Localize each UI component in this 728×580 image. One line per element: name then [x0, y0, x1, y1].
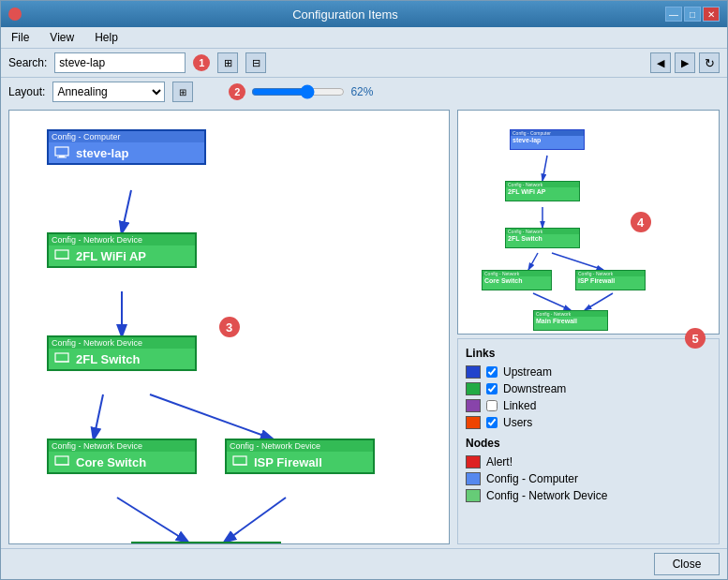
- mini-node-computer: Config - Computer steve-lap: [510, 129, 585, 150]
- menu-help[interactable]: Help: [92, 30, 121, 45]
- node-isp[interactable]: Config - Network Device ISP Firewall: [225, 439, 375, 474]
- node-wifi-label: 2FL WiFi AP: [76, 249, 146, 263]
- links-legend-title: Links: [466, 347, 711, 360]
- node-switch[interactable]: Config - Network Device 2FL Switch: [47, 335, 197, 371]
- node-isp-body: ISP Firewall: [227, 452, 373, 472]
- switch-icon: [53, 351, 72, 366]
- menu-file[interactable]: File: [8, 30, 32, 45]
- right-panel: 4 Config - Com: [457, 110, 720, 544]
- layout-grid-button[interactable]: ⊞: [172, 82, 193, 102]
- nav-prev-button[interactable]: ◀: [650, 52, 671, 73]
- zoom-slider[interactable]: [251, 84, 345, 99]
- search-label: Search:: [8, 56, 47, 69]
- legend-linked: Linked: [466, 399, 711, 412]
- svg-rect-15: [233, 456, 246, 465]
- legend-alert-color: [466, 455, 481, 468]
- window-controls: — □ ✕: [665, 7, 720, 22]
- search-toolbar: Search: 1 ⊞ ⊟ ◀ ▶ ↻: [1, 49, 727, 78]
- node-switch-header: Config - Network Device: [49, 337, 195, 349]
- svg-line-4: [117, 498, 187, 542]
- window-close-button[interactable]: ✕: [703, 7, 720, 22]
- svg-line-22: [552, 253, 603, 270]
- zoom-percent: 62%: [350, 85, 373, 98]
- svg-rect-11: [55, 353, 68, 362]
- legend-downstream-label: Downstream: [503, 382, 566, 395]
- minimap-panel: 4 Config - Com: [457, 110, 720, 335]
- layout-select[interactable]: Annealing: [52, 82, 165, 102]
- svg-line-21: [528, 253, 538, 270]
- svg-line-0: [122, 190, 131, 232]
- node-mainfirewall[interactable]: Config - Network Device Main Firewall: [131, 542, 281, 544]
- legend-linked-color: [466, 399, 481, 412]
- badge-5: 5: [685, 328, 706, 349]
- legend-downstream: Downstream: [466, 382, 711, 395]
- svg-line-5: [225, 498, 286, 542]
- node-isp-header: Config - Network Device: [227, 440, 373, 452]
- menu-view[interactable]: View: [47, 30, 77, 45]
- mini-node-switch: Config - Network 2FL Switch: [505, 228, 580, 248]
- legend-upstream-checkbox[interactable]: [486, 366, 498, 378]
- svg-line-19: [542, 156, 547, 181]
- legend-alert: Alert!: [466, 455, 711, 468]
- node-wifi-header: Config - Network Device: [49, 234, 195, 245]
- node-coreswitch-header: Config - Network Device: [49, 440, 195, 452]
- badge-3: 3: [219, 317, 240, 337]
- legend-users-label: Users: [503, 416, 532, 429]
- legend-users: Users: [466, 416, 711, 429]
- node-computer-label: steve-lap: [76, 146, 128, 160]
- node-switch-body: 2FL Switch: [49, 349, 195, 369]
- legend-users-color: [466, 416, 481, 429]
- layout-label: Layout:: [8, 85, 45, 98]
- search-options-button[interactable]: ⊟: [245, 52, 266, 73]
- mini-node-isp: Config - Network ISP Firewall: [575, 270, 646, 290]
- menu-bar: File View Help: [1, 27, 727, 49]
- legend-upstream: Upstream: [466, 365, 711, 379]
- refresh-button[interactable]: ↻: [699, 52, 720, 73]
- badge-4: 4: [631, 212, 651, 232]
- close-button[interactable]: Close: [654, 553, 720, 575]
- node-computer[interactable]: Config - Computer steve-lap: [47, 129, 206, 165]
- legend-users-checkbox[interactable]: [486, 417, 498, 428]
- node-computer-header: Config - Computer: [49, 131, 204, 142]
- badge-1: 1: [193, 54, 210, 71]
- zoom-container: 2 62%: [229, 83, 373, 100]
- svg-line-23: [533, 293, 571, 310]
- main-content: 3: [1, 106, 727, 548]
- svg-line-2: [94, 394, 103, 439]
- nodes-legend-title: Nodes: [466, 437, 711, 450]
- node-switch-label: 2FL Switch: [76, 352, 140, 366]
- node-computer-body: steve-lap: [49, 142, 204, 163]
- legend-downstream-checkbox[interactable]: [486, 383, 498, 394]
- node-mainfirewall-header: Config - Network Device: [133, 543, 279, 544]
- window-title: Configuration Items: [25, 7, 665, 22]
- legend-config-network-color: [466, 489, 481, 502]
- legend-downstream-color: [466, 382, 481, 395]
- legend-linked-checkbox[interactable]: [486, 400, 498, 411]
- wifi-icon: [53, 248, 72, 263]
- nav-buttons: ◀ ▶ ↻: [650, 52, 720, 73]
- graph-panel[interactable]: 3: [8, 110, 450, 544]
- legend-config-computer-color: [466, 472, 481, 485]
- search-input[interactable]: [54, 52, 186, 73]
- legend-config-network-label: Config - Network Device: [486, 489, 607, 502]
- mini-node-mainfirewall: Config - Network Main Firewall: [533, 310, 608, 331]
- node-coreswitch-label: Core Switch: [76, 455, 146, 469]
- svg-line-24: [585, 293, 613, 310]
- legend-config-network: Config - Network Device: [466, 489, 711, 502]
- mini-node-wifi: Config - Network 2FL WiFi AP: [505, 181, 580, 201]
- mini-node-coreswitch: Config - Network Core Switch: [482, 270, 552, 290]
- node-coreswitch[interactable]: Config - Network Device Core Switch: [47, 439, 197, 474]
- svg-rect-6: [55, 147, 68, 156]
- search-filter-button[interactable]: ⊞: [217, 52, 238, 73]
- maximize-button[interactable]: □: [684, 7, 701, 22]
- svg-line-3: [150, 394, 272, 439]
- svg-rect-9: [55, 250, 68, 259]
- bottom-bar: Close: [1, 548, 727, 579]
- layout-toolbar: Layout: Annealing ⊞ 2 62%: [1, 78, 727, 106]
- badge-2: 2: [229, 83, 245, 100]
- nav-next-button[interactable]: ▶: [675, 52, 695, 73]
- node-wifi[interactable]: Config - Network Device 2FL WiFi AP: [47, 232, 197, 268]
- legend-panel: 5 Links Upstream Downstream Linked: [457, 338, 720, 544]
- node-wifi-body: 2FL WiFi AP: [49, 245, 195, 266]
- minimize-button[interactable]: —: [665, 7, 682, 22]
